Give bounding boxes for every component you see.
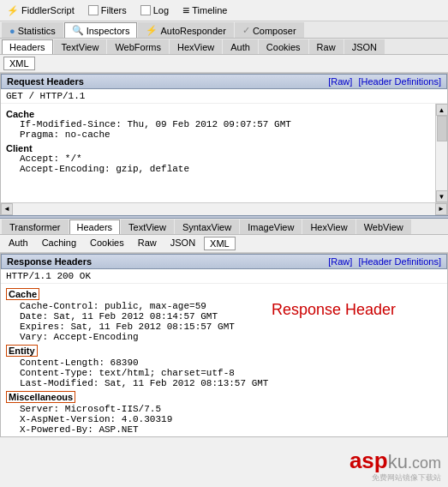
response-headers-panel: Response Headers [Raw] [Header Definitio… (0, 253, 448, 437)
response-headers-title: Response Headers (7, 256, 92, 267)
filters-label: Filters (101, 5, 127, 15)
hscroll-left-btn[interactable]: ◄ (1, 203, 13, 215)
composer-label: Composer (253, 26, 296, 36)
request-headers-title: Request Headers (7, 76, 84, 87)
response-top-tab-row: Transformer Headers TextView SyntaxView … (0, 219, 448, 235)
scroll-down-btn[interactable]: ▼ (436, 190, 448, 202)
fiddlerscript-icon: ⚡ (7, 5, 19, 16)
watermark-com: com (412, 454, 441, 472)
fiddlerscript-tab[interactable]: ⚡ FiddlerScript (3, 3, 78, 18)
request-hscrollbar[interactable]: ◄ ► (1, 202, 447, 214)
log-checkbox-icon (140, 5, 151, 15)
req-tab-auth[interactable]: Auth (223, 39, 258, 54)
response-http-line: HTTP/1.1 200 OK (1, 269, 447, 284)
timeline-icon: ≡ (182, 3, 189, 17)
if-modified-since: If-Modified-Since: Thu, 09 Feb 2012 09:0… (6, 119, 432, 129)
resp-tab-transformer[interactable]: Transformer (2, 219, 69, 234)
req-tab-hexview[interactable]: HexView (170, 39, 222, 54)
resp-tab-textview[interactable]: TextView (121, 219, 174, 234)
log-tab[interactable]: Log (137, 3, 172, 17)
tab-composer[interactable]: ✓ Composer (235, 22, 304, 38)
scroll-thumb[interactable] (437, 116, 447, 141)
filters-tab[interactable]: Filters (85, 3, 130, 17)
request-def-link[interactable]: [Header Definitions] (358, 76, 441, 87)
request-headers-links: [Raw] [Header Definitions] (325, 76, 441, 87)
http-status-text: HTTP/1.1 200 OK (6, 271, 91, 281)
tab-autoresponder[interactable]: ⚡ AutoResponder (138, 22, 233, 38)
request-body-container: Cache If-Modified-Since: Thu, 09 Feb 201… (1, 104, 447, 202)
entity-boxed-label: Entity (6, 345, 38, 357)
request-body[interactable]: Cache If-Modified-Since: Thu, 09 Feb 201… (1, 104, 447, 202)
req-tab-webforms[interactable]: WebForms (107, 39, 169, 54)
watermark-asp: asp (349, 448, 388, 474)
last-modified: Last-Modified: Sat, 11 Feb 2012 08:13:57… (6, 378, 442, 388)
tab-inspectors[interactable]: 🔍 Inspectors (64, 22, 138, 38)
resp-tab-syntaxview[interactable]: SyntaxView (175, 219, 239, 234)
request-subtab-row: XML (0, 55, 448, 73)
cache-label: Cache (6, 109, 432, 119)
log-label: Log (153, 5, 169, 15)
hscroll-right-btn[interactable]: ► (435, 203, 447, 215)
top-toolbar: ⚡ FiddlerScript Filters Log ≡ Timeline (0, 0, 448, 21)
response-header-annotation: Response Header (272, 301, 396, 319)
req-tab-cookies[interactable]: Cookies (259, 39, 308, 54)
req-tab-raw[interactable]: Raw (309, 39, 343, 54)
hscroll-track (13, 203, 435, 215)
response-headers-title-bar: Response Headers [Raw] [Header Definitio… (1, 254, 447, 269)
request-scrollbar[interactable]: ▲ ▼ (435, 104, 447, 202)
content-type: Content-Type: text/html; charset=utf-8 (6, 368, 442, 378)
response-raw-link[interactable]: [Raw] (328, 256, 352, 267)
response-body: Cache Cache-Control: public, max-age=59 … (1, 284, 447, 436)
response-headers-links: [Raw] [Header Definitions] (325, 256, 441, 267)
timeline-label: Timeline (192, 5, 227, 15)
server: Server: Microsoft-IIS/7.5 (6, 404, 442, 414)
content-length: Content-Length: 68390 (6, 358, 442, 368)
composer-icon: ✓ (242, 25, 250, 36)
statistics-label: Statistics (18, 26, 56, 36)
resp-subtab-caching[interactable]: Caching (37, 237, 81, 250)
powered-by: X-Powered-By: ASP.NET (6, 424, 442, 435)
main-tab-row: ● Statistics 🔍 Inspectors ⚡ AutoResponde… (0, 21, 448, 39)
main-window: ⚡ FiddlerScript Filters Log ≡ Timeline ●… (0, 0, 448, 487)
resp-subtab-auth[interactable]: Auth (3, 237, 33, 250)
response-subtab-row: Auth Caching Cookies Raw JSON XML (0, 235, 448, 253)
cache-boxed-label: Cache (6, 288, 39, 300)
watermark-ku: ku (388, 451, 408, 473)
request-url-line: GET / HTTP/1.1 (1, 89, 447, 104)
resp-subtab-json[interactable]: JSON (165, 237, 200, 250)
req-subtab-xml[interactable]: XML (3, 57, 35, 70)
client-label: Client (6, 143, 432, 153)
resp-tab-headers[interactable]: Headers (69, 219, 121, 234)
timeline-tab[interactable]: ≡ Timeline (179, 2, 230, 19)
tab-statistics[interactable]: ● Statistics (2, 22, 63, 38)
scroll-up-btn[interactable]: ▲ (436, 104, 448, 116)
resp-tab-imageview[interactable]: ImageView (240, 219, 302, 234)
resp-tab-hexview[interactable]: HexView (302, 219, 355, 234)
fiddlerscript-label: FiddlerScript (21, 5, 75, 15)
resp-subtab-xml[interactable]: XML (204, 237, 236, 250)
response-def-link[interactable]: [Header Definitions] (358, 256, 441, 267)
resp-subtab-raw[interactable]: Raw (133, 237, 162, 250)
accept: Accept: */* (6, 153, 432, 164)
resp-expires: Expires: Sat, 11 Feb 2012 08:15:57 GMT (6, 322, 442, 332)
inspectors-icon: 🔍 (72, 25, 84, 36)
filters-checkbox-icon (88, 5, 99, 15)
watermark: asp ku . com 免费网站镜像下载站 (349, 448, 441, 484)
resp-subtab-cookies[interactable]: Cookies (85, 237, 129, 250)
autoresponder-icon: ⚡ (146, 25, 158, 36)
request-headers-panel: Request Headers [Raw] [Header Definition… (0, 73, 448, 215)
accept-encoding: Accept-Encoding: gzip, deflate (6, 164, 432, 174)
request-url-text: GET / HTTP/1.1 (6, 91, 85, 101)
req-tab-headers[interactable]: Headers (2, 39, 53, 54)
resp-vary: Vary: Accept-Encoding (6, 332, 442, 342)
request-raw-link[interactable]: [Raw] (328, 76, 352, 87)
resp-tab-webview[interactable]: WebView (356, 219, 411, 234)
misc-boxed-label: Miscellaneous (6, 391, 75, 403)
aspnet-version: X-AspNet-Version: 4.0.30319 (6, 414, 442, 424)
req-tab-json[interactable]: JSON (344, 39, 385, 54)
request-headers-title-bar: Request Headers [Raw] [Header Definition… (1, 74, 447, 89)
pragma: Pragma: no-cache (6, 129, 432, 140)
scroll-track (436, 116, 448, 190)
req-tab-textview[interactable]: TextView (54, 39, 107, 54)
autoresponder-label: AutoResponder (160, 26, 225, 36)
